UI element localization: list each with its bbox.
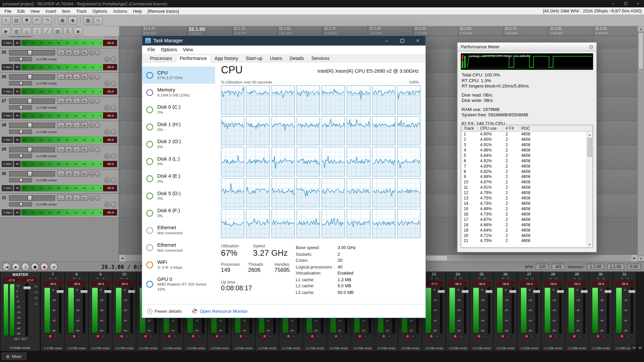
selection-length-field[interactable]: 0.00 xyxy=(627,263,641,269)
maximize-button[interactable] xyxy=(394,36,410,46)
open-resource-monitor-link[interactable]: Open Resource Monitor xyxy=(193,309,248,314)
master-volume-label[interactable]: 0.00dB center xyxy=(1,346,40,350)
strip-io-button[interactable] xyxy=(53,277,57,280)
record-arm-button[interactable] xyxy=(334,335,338,338)
monitor-button[interactable] xyxy=(554,335,557,338)
solo-button[interactable]: ! xyxy=(95,147,100,152)
strip-fx-button[interactable] xyxy=(548,277,552,280)
monitor-button[interactable] xyxy=(339,335,343,338)
io-button[interactable]: io xyxy=(65,98,72,104)
track-volume-fader[interactable] xyxy=(9,195,55,201)
folder-button[interactable]: ▭ xyxy=(57,171,64,176)
track-pan-fader[interactable] xyxy=(9,81,32,85)
strip-io-button[interactable] xyxy=(554,277,558,280)
phase-button[interactable]: ∅ xyxy=(104,81,110,86)
fx-button[interactable]: fx xyxy=(81,50,88,55)
input-button[interactable]: IN xyxy=(14,185,21,191)
render-icon[interactable]: ◆ xyxy=(68,16,77,24)
sidebar-item-gpu0[interactable]: GPU 0AMD Radeon R7 200 Series10% xyxy=(142,274,215,295)
tab-users[interactable]: Users xyxy=(266,55,286,62)
record-arm-button[interactable] xyxy=(525,335,528,338)
menu-removetracks[interactable]: [Remove tracks] xyxy=(145,8,181,13)
solo-button[interactable]: ! xyxy=(95,171,100,176)
monitor-button[interactable] xyxy=(387,335,391,338)
fader-handle[interactable] xyxy=(580,290,588,293)
sidebar-item-ethernet2[interactable]: EthernetNot connected xyxy=(142,239,215,256)
strip-volume-fader[interactable] xyxy=(130,287,132,333)
record-arm-button[interactable] xyxy=(286,335,290,338)
folder-button[interactable]: ▭ xyxy=(57,122,64,128)
envelope-button[interactable]: ∿ xyxy=(73,195,80,201)
fader-handle[interactable] xyxy=(28,99,32,104)
record-arm-button[interactable] xyxy=(239,335,243,338)
monitor-button[interactable] xyxy=(578,335,581,338)
record-arm-button[interactable] xyxy=(72,335,76,338)
monitor-button[interactable]: ! xyxy=(111,154,116,159)
master-volume-fader[interactable] xyxy=(25,284,28,336)
crossfade-icon[interactable]: ╳ xyxy=(63,27,72,35)
strip-fx-button[interactable] xyxy=(96,277,100,280)
fader-handle[interactable] xyxy=(19,130,23,134)
record-arm-button[interactable]: REC xyxy=(2,88,13,94)
sidebar-item-wifi[interactable]: WiFiS: 0 R: 0 Kbps xyxy=(142,256,215,273)
monitor-button[interactable]: ! xyxy=(111,202,116,207)
record-arm-button[interactable] xyxy=(167,335,171,338)
monitor-button[interactable]: ! xyxy=(111,36,116,38)
track-pan-fader[interactable] xyxy=(9,130,32,134)
table-row[interactable]: 74.83%24608 xyxy=(461,164,586,169)
track-pan-fader[interactable] xyxy=(9,178,32,182)
table-row[interactable]: 54.84%24608 xyxy=(461,153,586,159)
sidebar-item-disk0[interactable]: Disk 0 (C:)0% xyxy=(142,101,215,118)
project-settings-icon[interactable]: ▣ xyxy=(58,16,67,24)
fader-handle[interactable] xyxy=(28,147,32,152)
mixer-scroll-right-button[interactable]: ▶ xyxy=(637,345,643,350)
strip-fx-button[interactable] xyxy=(620,277,624,280)
envelope-button[interactable]: ∿ xyxy=(73,171,80,176)
mute-button[interactable]: ∅ xyxy=(89,171,94,176)
sidebar-item-cpu[interactable]: CPU67% 3.27 GHz xyxy=(142,66,215,83)
record-arm-button[interactable]: REC xyxy=(2,161,13,167)
table-row[interactable]: 134.75%24608 xyxy=(461,196,586,201)
record-arm-button[interactable] xyxy=(572,335,576,338)
minimize-button[interactable]: – xyxy=(379,36,394,46)
track-volume-fader[interactable] xyxy=(9,50,55,55)
fx-button[interactable]: fx xyxy=(81,146,88,152)
menu-view[interactable]: View xyxy=(28,8,43,13)
menu-actions[interactable]: Actions xyxy=(110,8,130,13)
tab-apphistory[interactable]: App history xyxy=(211,55,242,62)
performance-meter-titlebar[interactable]: Performance Meter xyxy=(458,43,596,51)
table-scroll-up-button[interactable]: ▲ xyxy=(587,132,593,137)
monitor-button[interactable] xyxy=(459,335,462,338)
monitor-button[interactable] xyxy=(268,335,272,338)
record-arm-button[interactable] xyxy=(453,335,457,338)
master-volume-icon[interactable]: ♪ xyxy=(33,27,42,35)
monitor-button[interactable] xyxy=(316,335,319,338)
repeat-button[interactable]: ⇄ xyxy=(50,263,58,271)
track-pan-fader[interactable] xyxy=(9,57,32,61)
play-button[interactable]: ▶ xyxy=(12,263,20,271)
strip-fx-button[interactable] xyxy=(429,277,433,280)
phase-button[interactable]: ∅ xyxy=(104,57,110,62)
mute-button[interactable]: ∅ xyxy=(89,98,94,104)
selection-end-field[interactable]: 1.1.00 xyxy=(607,263,624,269)
phase-button[interactable]: ∅ xyxy=(104,154,110,159)
sidebar-item-disk6[interactable]: Disk 6 (F:)0% xyxy=(142,204,215,222)
fx-button[interactable]: fx xyxy=(81,74,88,79)
bpm-field[interactable]: 120 xyxy=(536,263,549,269)
strip-fx-button[interactable] xyxy=(477,277,481,280)
fader-handle[interactable] xyxy=(80,290,88,293)
monitor-button[interactable]: ! xyxy=(111,81,116,86)
fx-button[interactable]: fx xyxy=(81,171,88,176)
time-signature-field[interactable]: 4/4 xyxy=(552,263,565,269)
cursor-icon[interactable]: ↖ xyxy=(2,16,11,24)
strip-fx-button[interactable] xyxy=(525,277,529,280)
strip-io-button[interactable] xyxy=(435,277,439,280)
minimize-button[interactable]: – xyxy=(607,0,620,7)
monitor-button[interactable] xyxy=(363,335,367,338)
strip-volume-fader[interactable] xyxy=(512,287,514,333)
tab-startup[interactable]: Start-up xyxy=(242,55,266,62)
table-row[interactable]: 174.67%24608 xyxy=(461,217,586,223)
menu-edit[interactable]: Edit xyxy=(14,8,28,13)
fader-handle[interactable] xyxy=(485,290,493,293)
strip-volume-fader[interactable] xyxy=(583,287,585,333)
